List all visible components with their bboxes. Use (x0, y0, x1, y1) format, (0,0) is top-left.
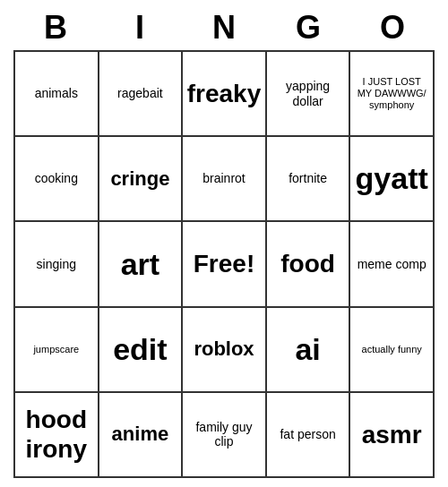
cell-text-r4-c0: hood irony (19, 405, 94, 465)
cell-text-r1-c2: brainrot (202, 171, 245, 186)
cell-text-r3-c0: jumpscare (33, 344, 79, 355)
cell-r1-c3[interactable]: fortnite (267, 137, 351, 222)
cell-r0-c1[interactable]: ragebait (99, 52, 184, 137)
cell-text-r1-c0: cooking (35, 171, 78, 186)
cell-r0-c0[interactable]: animals (15, 52, 99, 137)
cell-r1-c1[interactable]: cringe (99, 137, 184, 222)
cell-text-r3-c3: ai (295, 331, 320, 368)
cell-text-r2-c2: Free! (194, 249, 254, 279)
cell-r4-c0[interactable]: hood irony (15, 393, 99, 478)
cell-r2-c1[interactable]: art (99, 222, 184, 307)
cell-r1-c2[interactable]: brainrot (183, 137, 267, 222)
cell-r3-c1[interactable]: edit (99, 308, 184, 393)
cell-text-r2-c3: food (280, 249, 335, 279)
cell-text-r0-c3: yapping dollar (271, 79, 346, 109)
cell-text-r4-c4: asmr (362, 420, 422, 450)
cell-text-r0-c2: freaky (187, 79, 262, 109)
cell-text-r1-c1: cringe (110, 167, 169, 191)
cell-r4-c4[interactable]: asmr (350, 393, 435, 478)
cell-text-r0-c0: animals (35, 86, 78, 101)
cell-r3-c2[interactable]: roblox (183, 308, 267, 393)
cell-text-r0-c1: ragebait (117, 86, 163, 101)
cell-r0-c4[interactable]: I JUST LOST MY DAWWWG/ symphony (350, 52, 435, 137)
cell-text-r3-c4: actually funny (362, 344, 422, 355)
cell-text-r3-c2: roblox (194, 337, 254, 361)
cell-text-r2-c0: singing (37, 257, 76, 272)
cell-text-r0-c4: I JUST LOST MY DAWWWG/ symphony (354, 76, 429, 112)
cell-text-r2-c4: meme comp (358, 257, 426, 272)
cell-r3-c0[interactable]: jumpscare (15, 308, 99, 393)
cell-r2-c3[interactable]: food (267, 222, 351, 307)
letter-n: N (182, 9, 266, 47)
cell-r2-c4[interactable]: meme comp (350, 222, 435, 307)
cell-text-r4-c3: fat person (280, 427, 335, 442)
cell-r4-c1[interactable]: anime (99, 393, 184, 478)
cell-text-r4-c2: family guy clip (186, 420, 262, 450)
cell-r0-c3[interactable]: yapping dollar (267, 52, 351, 137)
cell-text-r3-c1: edit (113, 331, 167, 368)
cell-r2-c2[interactable]: Free! (183, 222, 267, 307)
cell-r4-c2[interactable]: family guy clip (183, 393, 267, 478)
letter-g: G (266, 9, 350, 47)
cell-text-r4-c1: anime (112, 423, 169, 446)
cell-r0-c2[interactable]: freaky (183, 52, 267, 137)
bingo-grid: animalsragebaitfreakyyapping dollarI JUS… (13, 50, 435, 478)
letter-i: I (98, 9, 182, 47)
bingo-title: B I N G O (13, 9, 435, 47)
letter-o: O (350, 9, 435, 47)
cell-r1-c4[interactable]: gyatt (350, 137, 435, 222)
cell-text-r1-c4: gyatt (356, 160, 428, 197)
cell-r3-c4[interactable]: actually funny (350, 308, 435, 393)
letter-b: B (13, 9, 98, 47)
cell-r1-c0[interactable]: cooking (15, 137, 99, 222)
cell-r2-c0[interactable]: singing (15, 222, 99, 307)
cell-r4-c3[interactable]: fat person (267, 393, 351, 478)
cell-text-r2-c1: art (121, 246, 159, 283)
cell-r3-c3[interactable]: ai (267, 308, 351, 393)
cell-text-r1-c3: fortnite (289, 171, 327, 186)
